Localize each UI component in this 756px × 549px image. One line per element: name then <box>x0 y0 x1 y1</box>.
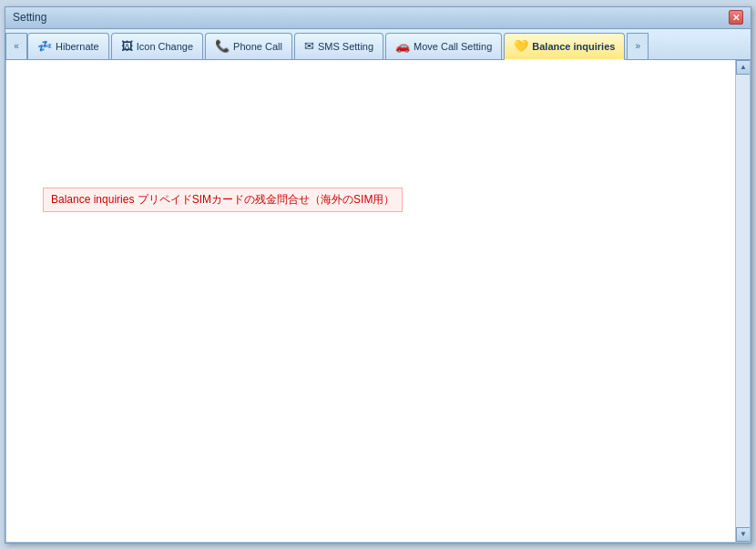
tab-icon-change-label: Icon Change <box>137 41 193 52</box>
window-title: Setting <box>13 11 46 24</box>
scrollbar: ▲ ▼ <box>735 60 750 542</box>
tab-nav-next[interactable]: » <box>627 33 649 59</box>
phone-call-icon: 📞 <box>215 39 230 53</box>
tab-icon-change[interactable]: 🖼 Icon Change <box>111 33 203 59</box>
tab-nav-prev[interactable]: « <box>5 33 27 59</box>
scroll-down-button[interactable]: ▼ <box>736 527 751 542</box>
settings-window: Setting ✕ « 💤 Hibernate 🖼 Icon Change 📞 … <box>5 6 751 544</box>
balance-icon: 💛 <box>514 39 528 53</box>
hibernate-icon: 💤 <box>37 39 52 53</box>
tab-move-call-label: Move Call Setting <box>414 41 492 52</box>
scroll-up-button[interactable]: ▲ <box>736 60 751 75</box>
scrollbar-track[interactable] <box>736 75 750 527</box>
icon-change-icon: 🖼 <box>121 39 133 53</box>
tab-sms-setting-label: SMS Setting <box>318 41 373 52</box>
tab-sms-setting[interactable]: ✉ SMS Setting <box>294 33 383 59</box>
tab-balance-label: Balance inquiries <box>532 41 615 52</box>
tab-balance-inquiries[interactable]: 💛 Balance inquiries <box>504 33 625 60</box>
tab-hibernate-label: Hibernate <box>56 41 99 52</box>
tab-move-call-setting[interactable]: 🚗 Move Call Setting <box>385 33 502 59</box>
tab-phone-call[interactable]: 📞 Phone Call <box>205 33 292 59</box>
main-content: Balance inquiries プリペイドSIMカードの残金問合せ（海外のS… <box>5 60 751 543</box>
close-button[interactable]: ✕ <box>729 10 743 25</box>
content-area: Balance inquiries プリペイドSIMカードの残金問合せ（海外のS… <box>6 60 750 230</box>
title-bar: Setting ✕ <box>5 7 751 29</box>
tab-phone-call-label: Phone Call <box>233 41 282 52</box>
tab-bar: « 💤 Hibernate 🖼 Icon Change 📞 Phone Call… <box>5 29 751 60</box>
move-call-icon: 🚗 <box>395 39 410 53</box>
tab-hibernate[interactable]: 💤 Hibernate <box>27 33 109 59</box>
sms-setting-icon: ✉ <box>304 39 314 53</box>
balance-inquiries-text: Balance inquiries プリペイドSIMカードの残金問合せ（海外のS… <box>43 188 403 212</box>
